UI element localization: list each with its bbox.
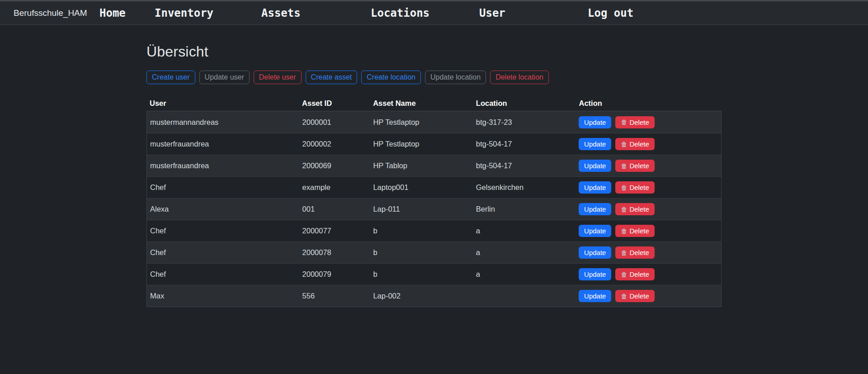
cell-asset-id: 001: [299, 205, 370, 213]
cell-asset-id: 2000078: [299, 248, 370, 257]
update-button[interactable]: Update: [579, 246, 611, 259]
cell-action: Update 🗑 Delete: [576, 116, 721, 128]
cell-location: btg-504-17: [473, 161, 576, 170]
navbar-brand[interactable]: Berufsschule_HAM: [14, 8, 87, 18]
cell-action: Update 🗑 Delete: [576, 138, 721, 150]
table-header-row: User Asset ID Asset Name Location Action: [146, 96, 722, 111]
table-row: musterfrauandrea 2000002 HP Testlaptop b…: [147, 133, 721, 155]
toolbar: Create userUpdate userDelete userCreate …: [146, 71, 722, 84]
nav-item-user[interactable]: User: [479, 7, 505, 19]
trash-icon: 🗑: [621, 206, 627, 213]
delete-button[interactable]: 🗑 Delete: [615, 268, 654, 280]
cell-asset-name: Laptop001: [370, 183, 472, 192]
trash-icon: 🗑: [621, 163, 627, 169]
assets-table: User Asset ID Asset Name Location Action…: [146, 96, 722, 307]
delete-button[interactable]: 🗑 Delete: [615, 290, 654, 302]
create-user-button[interactable]: Create user: [146, 71, 195, 84]
delete-button[interactable]: 🗑 Delete: [615, 203, 654, 215]
cell-user: Chef: [147, 248, 299, 257]
delete-button-label: Delete: [629, 140, 649, 148]
cell-asset-id: 556: [299, 292, 370, 300]
cell-asset-name: HP Tablop: [370, 161, 472, 170]
table-row: mustermannandreas 2000001 HP Testlaptop …: [147, 111, 721, 133]
create-location-button[interactable]: Create location: [361, 71, 421, 84]
cell-asset-name: Lap-011: [370, 205, 472, 213]
table-body: mustermannandreas 2000001 HP Testlaptop …: [146, 111, 722, 307]
update-button[interactable]: Update: [579, 138, 611, 150]
trash-icon: 🗑: [621, 141, 627, 147]
page-title: Übersicht: [146, 25, 722, 60]
delete-button-label: Delete: [629, 292, 649, 300]
cell-user: Max: [147, 292, 299, 300]
update-location-button[interactable]: Update location: [425, 71, 486, 84]
cell-action: Update 🗑 Delete: [576, 268, 721, 280]
delete-button[interactable]: 🗑 Delete: [615, 160, 654, 172]
nav-item-log-out[interactable]: Log out: [588, 7, 633, 19]
column-header-asset-name: Asset Name: [370, 99, 473, 108]
update-button[interactable]: Update: [579, 203, 611, 215]
delete-button-label: Delete: [629, 162, 649, 170]
column-header-user: User: [146, 99, 299, 108]
delete-button-label: Delete: [629, 205, 649, 213]
delete-button[interactable]: 🗑 Delete: [615, 181, 654, 194]
cell-location: a: [473, 270, 576, 279]
nav-item-locations[interactable]: Locations: [371, 7, 429, 19]
update-button[interactable]: Update: [579, 160, 611, 172]
cell-asset-name: b: [370, 227, 472, 235]
delete-button-label: Delete: [629, 249, 649, 256]
cell-asset-name: Lap-002: [370, 292, 472, 300]
trash-icon: 🗑: [621, 228, 627, 234]
cell-location: btg-504-17: [473, 140, 576, 148]
cell-asset-name: b: [370, 270, 472, 279]
delete-button-label: Delete: [629, 118, 649, 126]
delete-button-label: Delete: [629, 270, 649, 278]
cell-user: Chef: [147, 270, 299, 279]
table-row: Max 556 Lap-002 Update 🗑 Delete: [147, 285, 721, 307]
cell-user: Alexa: [147, 205, 299, 213]
delete-button[interactable]: 🗑 Delete: [615, 116, 654, 128]
delete-location-button[interactable]: Delete location: [490, 71, 549, 84]
nav-item-assets[interactable]: Assets: [261, 7, 301, 19]
trash-icon: 🗑: [621, 250, 627, 256]
cell-asset-name: b: [370, 248, 472, 257]
create-asset-button[interactable]: Create asset: [306, 71, 358, 84]
update-button[interactable]: Update: [579, 181, 611, 194]
cell-action: Update 🗑 Delete: [576, 225, 721, 237]
cell-user: Chef: [147, 183, 299, 192]
cell-action: Update 🗑 Delete: [576, 203, 721, 215]
cell-action: Update 🗑 Delete: [576, 160, 721, 172]
update-button[interactable]: Update: [579, 116, 611, 128]
table-row: Chef 2000078 b a Update 🗑 Delete: [147, 241, 721, 263]
cell-asset-id: 2000069: [299, 161, 370, 170]
cell-asset-id: 2000079: [299, 270, 370, 279]
cell-asset-id: 2000002: [299, 140, 370, 148]
update-button[interactable]: Update: [579, 268, 611, 280]
delete-button-label: Delete: [629, 227, 649, 235]
cell-user: musterfrauandrea: [147, 161, 299, 170]
cell-user: musterfrauandrea: [147, 140, 299, 148]
table-row: Alexa 001 Lap-011 Berlin Update 🗑 Delete: [147, 198, 721, 220]
cell-action: Update 🗑 Delete: [576, 246, 721, 259]
delete-button[interactable]: 🗑 Delete: [615, 225, 654, 237]
delete-button-label: Delete: [629, 184, 649, 191]
delete-button[interactable]: 🗑 Delete: [615, 138, 654, 150]
cell-asset-name: HP Testlaptop: [370, 140, 472, 148]
nav-item-home[interactable]: Home: [99, 7, 126, 19]
trash-icon: 🗑: [621, 185, 627, 191]
update-button[interactable]: Update: [579, 225, 611, 237]
delete-user-button[interactable]: Delete user: [254, 71, 302, 84]
update-button[interactable]: Update: [579, 290, 611, 302]
cell-action: Update 🗑 Delete: [576, 181, 721, 194]
cell-asset-id: 2000001: [299, 118, 370, 127]
nav-item-inventory[interactable]: Inventory: [155, 7, 213, 19]
column-header-action: Action: [576, 99, 722, 108]
cell-location: btg-317-23: [473, 118, 576, 127]
trash-icon: 🗑: [621, 119, 627, 125]
table-row: musterfrauandrea 2000069 HP Tablop btg-5…: [147, 155, 721, 176]
table-row: Chef example Laptop001 Gelsenkirchen Upd…: [147, 176, 721, 198]
cell-asset-id: example: [299, 183, 370, 192]
delete-button[interactable]: 🗑 Delete: [615, 246, 654, 259]
column-header-asset-id: Asset ID: [299, 99, 370, 108]
update-user-button[interactable]: Update user: [199, 71, 250, 84]
main-content: Übersicht Create userUpdate userDelete u…: [146, 25, 722, 307]
